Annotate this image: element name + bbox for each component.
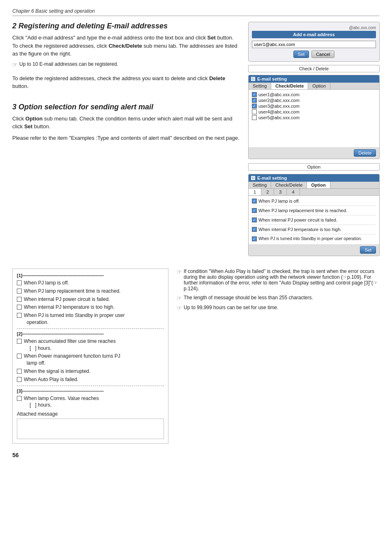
sq-check[interactable]	[17, 339, 22, 344]
tab-setting[interactable]: Setting	[249, 83, 271, 89]
sq-check[interactable]	[17, 280, 22, 285]
sq-check[interactable]	[17, 369, 22, 374]
email-setting-header: E-mail setting	[257, 76, 287, 81]
chapter-title: Chapter 6 Basic setting and operation	[12, 8, 380, 16]
opt-label-5: When PJ is turned into Standby in proper…	[258, 236, 362, 241]
domain-hint: @abc.xxx.com	[252, 25, 376, 30]
email-setting2-header: E-mail setting	[257, 176, 287, 180]
sq-check[interactable]	[17, 305, 22, 310]
email-tabs-2: Setting Check/Delete Option	[249, 182, 379, 189]
email-setting-panel: E-mail setting Setting Check/Delete Opti…	[248, 75, 380, 159]
attached-message-label: Attached message	[17, 411, 164, 417]
email-addr-5: user5@abc.xxx.com	[258, 115, 300, 120]
section3-title: 3 Option selection for sending alert mai…	[12, 103, 240, 111]
opt-label-1: When PJ lamp is off.	[258, 199, 300, 204]
cancel-button[interactable]: Cancel	[311, 51, 334, 58]
num-tabs: 1 2 3 4	[249, 189, 379, 196]
option-label: Option	[248, 163, 380, 171]
check-item: When Power management function turns PJ …	[17, 353, 164, 367]
check-item: When internal PJ temperature is too high…	[17, 304, 164, 311]
checkbox-5[interactable]	[252, 115, 257, 120]
checkbox-4[interactable]	[252, 109, 257, 114]
sq-check[interactable]	[17, 289, 22, 294]
check-item: When PJ lamp is off.	[17, 280, 164, 287]
page-number: 56	[12, 452, 380, 458]
set-button[interactable]: Set	[293, 51, 309, 58]
opt-label-4: When internal PJ temperature is too high…	[258, 227, 341, 232]
tab-check-delete-2[interactable]: Check/Delete	[271, 182, 307, 188]
sq-check[interactable]	[17, 354, 22, 358]
option-item-1: ✓ When PJ lamp is off.	[252, 198, 376, 204]
tab-setting-2[interactable]: Setting	[249, 182, 271, 188]
email-tabs: Setting Check/Delete Option	[249, 83, 379, 90]
message-textarea[interactable]	[17, 419, 164, 439]
email-input[interactable]	[252, 41, 376, 48]
num-tab-4[interactable]: 4	[287, 189, 300, 195]
sq-check[interactable]	[17, 313, 22, 318]
add-email-header: Add e-mail address	[252, 31, 376, 38]
note-hours: ☞ Up to 99,999 hours can be set for use …	[177, 305, 380, 311]
sq-check[interactable]	[17, 297, 22, 302]
opt-label-2: When PJ lamp replacement time is reached…	[258, 208, 347, 213]
num-tab-3[interactable]: 3	[274, 189, 287, 195]
section2-para1: Click "Add e-mail address" and type the …	[12, 34, 240, 58]
section3-para1: Click Option sub menu tab. Check the con…	[12, 115, 240, 131]
note-icon-3: ☞	[177, 295, 182, 301]
opt-checkbox-2[interactable]: ✓	[252, 208, 257, 213]
delete-button[interactable]: Delete	[354, 149, 376, 157]
tab-check-delete[interactable]: Check/Delete	[271, 83, 308, 89]
group2-label: [2]——————————————————	[17, 331, 164, 336]
sq-check[interactable]	[17, 377, 22, 382]
num-tab-2[interactable]: 2	[261, 189, 274, 195]
num-tab-1[interactable]: 1	[249, 189, 261, 195]
section2-note1: ☞ Up to 10 E-mail addresses can be regis…	[12, 61, 240, 68]
checkbox-1[interactable]: ✓	[252, 92, 257, 97]
check-item: When PJ lamp replacement time is reached…	[17, 288, 164, 295]
option-item-3: ✓ When internal PJ power circuit is fail…	[252, 217, 376, 223]
checkbox-2[interactable]: ✓	[252, 98, 257, 103]
check-item: When internal PJ power circuit is failed…	[17, 296, 164, 303]
note-icon: ☞	[12, 61, 18, 68]
check-item: When PJ is turned into Standby in proper…	[17, 312, 164, 326]
option-item-2: ✓ When PJ lamp replacement time is reach…	[252, 207, 376, 214]
opt-checkbox-3[interactable]: ✓	[252, 217, 257, 222]
tab-option-2[interactable]: Option	[307, 182, 330, 188]
section2-para2: To delete the registered addresses, chec…	[12, 74, 240, 90]
set-button-2[interactable]: Set	[360, 246, 376, 254]
note-icon-4: ☞	[177, 305, 182, 311]
email-addr-4: user4@abc.xxx.com	[258, 109, 300, 114]
list-item: user4@abc.xxx.com	[252, 109, 376, 115]
check-item: When the signal is interrupted.	[17, 368, 164, 375]
check-item: When accumulated filter use time reaches…	[17, 338, 164, 352]
checklist-box: [1]—————————————————— When PJ lamp is of…	[12, 268, 168, 444]
grid-icon-2	[251, 176, 255, 180]
note-autoplay: ☞ If condition "When Auto Play is failed…	[177, 268, 380, 291]
notes-column: ☞ If condition "When Auto Play is failed…	[177, 268, 380, 444]
checkbox-3[interactable]: ✓	[252, 104, 257, 109]
check-delete-label: Check / Delete	[248, 65, 380, 72]
group1-label: [1]——————————————————	[17, 273, 164, 278]
list-item: ✓ user2@abc.xxx.com	[252, 97, 376, 103]
option-body: ✓ When PJ lamp is off. ✓ When PJ lamp re…	[249, 196, 379, 244]
sq-check[interactable]	[17, 396, 22, 401]
email-list-body: ✓ user1@abc.xxx.com ✓ user2@abc.xxx.com …	[249, 90, 379, 147]
opt-checkbox-1[interactable]: ✓	[252, 199, 257, 204]
note-icon-2: ☞	[177, 268, 182, 275]
check-item: When Auto Play is failed.	[17, 376, 164, 383]
tab-option[interactable]: Option	[308, 83, 330, 89]
section2-title: 2 Registering and deleting E-mail addres…	[12, 22, 240, 30]
add-email-panel: @abc.xxx.com Add e-mail address Set Canc…	[248, 22, 380, 62]
option-item-4: ✓ When internal PJ temperature is too hi…	[252, 226, 376, 233]
opt-checkbox-5[interactable]: ✓	[252, 236, 257, 241]
opt-checkbox-4[interactable]: ✓	[252, 227, 257, 232]
group3-label: [3]——————————————————	[17, 388, 164, 393]
grid-icon	[251, 77, 255, 81]
opt-label-3: When internal PJ power circuit is failed…	[258, 217, 337, 222]
check-item: When lamp Corres. Value reaches [ ] hour…	[17, 395, 164, 409]
option-panel: E-mail setting Setting Check/Delete Opti…	[248, 174, 380, 256]
option-item-5: ✓ When PJ is turned into Standby in prop…	[252, 236, 376, 242]
email-addr-2: user2@abc.xxx.com	[258, 98, 300, 103]
list-item: ✓ user1@abc.xxx.com	[252, 92, 376, 97]
email-addr-3: user3@abc.xxx.com	[258, 104, 300, 109]
list-item: ✓ user3@abc.xxx.com	[252, 103, 376, 109]
